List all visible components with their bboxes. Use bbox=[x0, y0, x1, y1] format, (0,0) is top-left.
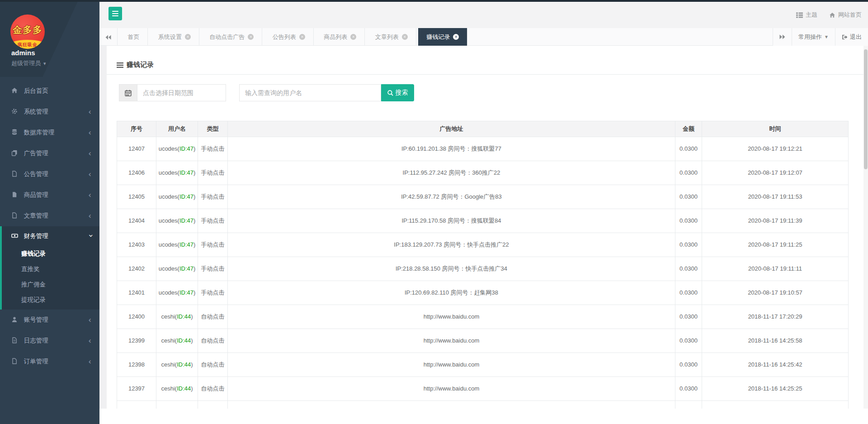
vertical-scrollbar bbox=[863, 46, 868, 409]
table-row: 12397ceshi(ID:44)自动点击http://www.baidu.co… bbox=[117, 377, 849, 401]
cell-id: 12404 bbox=[117, 209, 156, 233]
tab-close-icon[interactable]: × bbox=[350, 34, 356, 40]
tab-close-icon[interactable]: × bbox=[453, 34, 459, 40]
sidebar-item-logs[interactable]: 日志管理 ‹ bbox=[0, 330, 99, 351]
chevron-left-icon: ‹ bbox=[88, 185, 91, 205]
tab-home[interactable]: 首页 bbox=[119, 28, 148, 46]
tab-earn-records[interactable]: 赚钱记录× bbox=[418, 28, 467, 46]
chevron-left-icon: ‹ bbox=[88, 330, 91, 351]
content-panel: 赚钱记录 搜索 序号 用户名 类型 广 bbox=[107, 46, 868, 409]
cell-ad-address: IP:120.69.82.110 房间号：赶集网38 bbox=[228, 281, 675, 305]
sidebar-item-database[interactable]: 数据库管理 ‹ bbox=[0, 122, 99, 143]
cell-amount: 0.0300 bbox=[675, 161, 702, 185]
username-search-input[interactable] bbox=[239, 84, 381, 101]
search-button[interactable]: 搜索 bbox=[381, 84, 414, 101]
cell-time: 2020-08-17 19:12:21 bbox=[702, 137, 849, 161]
user-id-green: ID:44 bbox=[177, 361, 191, 368]
sidebar-item-goods[interactable]: 商品管理 ‹ bbox=[0, 185, 99, 205]
user-id-green: ID:44 bbox=[177, 385, 191, 392]
file-text-icon bbox=[11, 337, 18, 343]
cell-amount: 0.0300 bbox=[675, 377, 702, 401]
content-left-gutter bbox=[99, 46, 107, 409]
table-row: 12404ucodes(ID:47)手动点击IP:115.29.170.58 房… bbox=[117, 209, 849, 233]
tab-close-icon[interactable]: × bbox=[185, 34, 191, 40]
table-row: 12407ucodes(ID:47)手动点击IP:60.191.201.38 房… bbox=[117, 137, 849, 161]
tab-auto-click-ads[interactable]: 自动点击广告× bbox=[201, 28, 262, 46]
cell-type: 手动点击 bbox=[198, 209, 228, 233]
table-row: 12405ucodes(ID:47)手动点击IP:42.59.87.72 房间号… bbox=[117, 185, 849, 209]
cell-id: 12405 bbox=[117, 185, 156, 209]
logout-button[interactable]: 退出 bbox=[835, 28, 868, 46]
cell-id bbox=[117, 401, 156, 409]
tab-close-icon[interactable]: × bbox=[299, 34, 305, 40]
cell-id: 12403 bbox=[117, 233, 156, 257]
brand-logo-banner: 疯狂吸金 bbox=[10, 40, 45, 49]
brand-logo: 金多多 疯狂吸金 bbox=[10, 14, 45, 49]
common-actions-dropdown[interactable]: 常用操作▼ bbox=[792, 28, 835, 46]
theme-button[interactable]: 主题 bbox=[796, 11, 817, 19]
sidebar-subitem-direct-reward[interactable]: 直推奖 bbox=[2, 262, 99, 277]
file-solid-icon bbox=[11, 191, 18, 198]
cell-username: ucodes(ID:47) bbox=[156, 209, 198, 233]
sidebar-item-label: 系统管理 bbox=[24, 108, 48, 115]
cell-time: 2020-08-17 19:11:11 bbox=[702, 257, 849, 281]
sidebar-item-label: 广告管理 bbox=[24, 150, 48, 157]
sidebar-item-label: 公告管理 bbox=[24, 171, 48, 177]
cell-ad-address: IP:183.129.207.73 房间号：快手点击推广22 bbox=[228, 233, 675, 257]
tabs-scroll-left-button[interactable] bbox=[99, 28, 118, 46]
sidebar-item-finance[interactable]: 财务管理 ‹ bbox=[2, 226, 99, 246]
theme-icon bbox=[796, 12, 803, 18]
table-row: 12398ceshi(ID:44)自动点击http://www.baidu.co… bbox=[117, 353, 849, 377]
user-id-green: ID:47 bbox=[179, 241, 193, 248]
gear-icon bbox=[11, 108, 18, 114]
sidebar-item-system[interactable]: 系统管理 ‹ bbox=[0, 101, 99, 122]
user-id-green: ID:47 bbox=[179, 169, 193, 176]
window-top-strip bbox=[0, 0, 868, 2]
file-icon bbox=[11, 171, 18, 177]
scrollbar-thumb[interactable] bbox=[864, 49, 868, 169]
cell-username bbox=[156, 401, 198, 409]
sidebar-nav: 后台首页 系统管理 ‹ 数据库管理 ‹ 广告管理 ‹ 公告管理 ‹ 商品管理 ‹ bbox=[0, 81, 99, 372]
chevron-left-icon: ‹ bbox=[88, 310, 91, 330]
cell-amount: 0.0300 bbox=[675, 353, 702, 377]
sidebar-item-label: 订单管理 bbox=[24, 358, 48, 365]
sidebar-profile: 金多多 疯狂吸金 admins 超级管理员▾ bbox=[0, 0, 99, 77]
date-range-input[interactable] bbox=[137, 84, 226, 101]
sidebar-subitem-promo-commission[interactable]: 推广佣金 bbox=[2, 277, 99, 292]
title-divider bbox=[107, 74, 868, 75]
site-home-button[interactable]: 网站首页 bbox=[829, 11, 862, 19]
chevron-left-icon: ‹ bbox=[88, 122, 91, 143]
brand-logo-text: 金多多 bbox=[10, 24, 45, 36]
sidebar-item-label: 文章管理 bbox=[24, 212, 48, 219]
sidebar-toggle-button[interactable] bbox=[108, 7, 122, 20]
sidebar-subitem-earn-records[interactable]: 赚钱记录 bbox=[2, 246, 99, 262]
sidebar-item-label: 后台首页 bbox=[24, 87, 48, 94]
cell-time: 2018-11-16 14:25:58 bbox=[702, 329, 849, 353]
sidebar-item-dashboard[interactable]: 后台首页 bbox=[0, 81, 99, 101]
top-header-bar: 主题 网站首页 bbox=[99, 2, 868, 28]
user-id-green: ID:47 bbox=[179, 289, 193, 296]
file-icon bbox=[11, 358, 18, 364]
chevron-left-icon: ‹ bbox=[88, 164, 91, 185]
tab-goods-list[interactable]: 商品列表× bbox=[316, 28, 365, 46]
tab-system-settings[interactable]: 系统设置× bbox=[150, 28, 199, 46]
tab-notice-list[interactable]: 公告列表× bbox=[264, 28, 314, 46]
tab-bar: 首页 系统设置× 自动点击广告× 公告列表× 商品列表× 文章列表× 赚钱记录×… bbox=[99, 28, 868, 46]
user-role-dropdown[interactable]: 超级管理员▾ bbox=[11, 59, 46, 67]
cell-ad-address: IP:60.191.201.38 房间号：搜狐联盟77 bbox=[228, 137, 675, 161]
sidebar-item-notice[interactable]: 公告管理 ‹ bbox=[0, 164, 99, 185]
sidebar-item-ads[interactable]: 广告管理 ‹ bbox=[0, 143, 99, 164]
cell-id: 12407 bbox=[117, 137, 156, 161]
sidebar-item-account[interactable]: 账号管理 ‹ bbox=[0, 310, 99, 330]
calendar-icon[interactable] bbox=[119, 84, 137, 101]
tab-close-icon[interactable]: × bbox=[248, 34, 254, 40]
sidebar-item-article[interactable]: 文章管理 ‹ bbox=[0, 205, 99, 226]
sidebar-subitem-withdraw-records[interactable]: 提现记录 bbox=[2, 292, 99, 308]
tabs-scroll-right-button[interactable] bbox=[773, 28, 792, 46]
sidebar: 金多多 疯狂吸金 admins 超级管理员▾ 后台首页 系统管理 ‹ 数据库管理… bbox=[0, 0, 99, 424]
tab-article-list[interactable]: 文章列表× bbox=[367, 28, 416, 46]
tab-close-icon[interactable]: × bbox=[402, 34, 408, 40]
cell-type: 自动点击 bbox=[198, 377, 228, 401]
cell-amount bbox=[675, 401, 702, 409]
sidebar-item-orders[interactable]: 订单管理 ‹ bbox=[0, 351, 99, 372]
